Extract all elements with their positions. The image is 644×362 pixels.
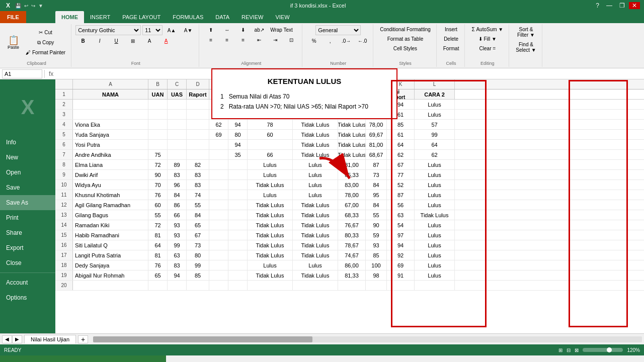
cell-8-11[interactable]: Lulus <box>415 160 455 169</box>
cell-14-2[interactable]: 93 <box>168 220 187 230</box>
sidebar-item-save[interactable]: Save <box>0 180 55 195</box>
cell-10-3[interactable]: 83 <box>187 180 209 190</box>
cell-6-2[interactable] <box>168 140 187 149</box>
cell-3-2[interactable] <box>168 110 187 119</box>
cell-13-1[interactable]: 55 <box>148 210 168 220</box>
cell-20-11[interactable] <box>415 281 455 290</box>
cell-12-5[interactable] <box>228 200 248 210</box>
cell-18-11[interactable]: Lulus <box>415 260 455 270</box>
cell-1-A[interactable]: NAMA <box>73 89 148 99</box>
find-select-button[interactable]: Find &Select ▼ <box>513 40 538 54</box>
percent-button[interactable]: % <box>306 36 321 45</box>
cell-8-10[interactable]: 67 <box>387 160 415 169</box>
cell-11-11[interactable]: Lulus <box>415 190 455 200</box>
cell-13-5[interactable] <box>228 210 248 220</box>
cell-15-11[interactable]: Lulus <box>415 230 455 240</box>
cell-4-8[interactable]: Tidak Lulus <box>338 120 366 129</box>
cell-7-6[interactable]: 66 <box>248 150 293 159</box>
cell-20-0[interactable] <box>73 281 148 290</box>
cell-7-4[interactable] <box>209 150 228 159</box>
cell-4-11[interactable]: 57 <box>415 120 455 129</box>
cell-18-10[interactable]: 69 <box>387 260 415 270</box>
add-sheet-button[interactable]: + <box>78 335 88 343</box>
file-tab[interactable]: FILE <box>0 11 26 23</box>
cell-9-11[interactable]: Lulus <box>415 170 455 179</box>
font-color-button[interactable]: A <box>158 36 174 45</box>
sort-filter-button[interactable]: Sort &Filter ▼ <box>515 25 537 39</box>
cell-17-9[interactable]: 85 <box>366 250 387 260</box>
cell-3-1[interactable] <box>148 110 168 119</box>
cell-20-10[interactable] <box>387 281 415 290</box>
sidebar-item-open[interactable]: Open <box>0 165 55 180</box>
fill-button[interactable]: ⬇ Fill ▼ <box>476 35 499 43</box>
increase-font-button[interactable]: A▲ <box>164 26 179 35</box>
merge-center-button[interactable]: ⊡ <box>284 35 299 44</box>
sidebar-item-info[interactable]: Info <box>0 135 55 150</box>
cell-17-6[interactable]: Tidak Lulus <box>248 250 293 260</box>
undo-icon[interactable]: ↩ <box>24 3 28 9</box>
cell-11-6[interactable]: Lulus <box>248 190 293 200</box>
cell-16-1[interactable]: 64 <box>148 240 168 250</box>
cell-5-10[interactable]: 61 <box>387 130 415 139</box>
cell-12-9[interactable]: 84 <box>366 200 387 210</box>
cell-20-9[interactable] <box>366 281 387 290</box>
cell-14-6[interactable]: Tidak Lulus <box>248 220 293 230</box>
cell-9-3[interactable]: 83 <box>187 170 209 179</box>
cell-16-8[interactable]: 78,67 <box>338 240 366 250</box>
cell-5-9[interactable]: 69,67 <box>366 130 387 139</box>
cell-4-1[interactable] <box>148 120 168 129</box>
align-right-button[interactable]: ≡ <box>235 35 251 44</box>
sidebar-item-export[interactable]: Export <box>0 240 55 255</box>
cell-15-10[interactable]: 97 <box>387 230 415 240</box>
cell-19-7[interactable]: Tidak Lulus <box>293 270 338 280</box>
cell-12-10[interactable]: 56 <box>387 200 415 210</box>
cell-16-0[interactable]: Siti Lailatul Q <box>73 240 148 250</box>
cell-15-7[interactable]: Tidak Lulus <box>293 230 338 240</box>
cell-5-4[interactable]: 69 <box>209 130 228 139</box>
cell-6-3[interactable] <box>187 140 209 149</box>
cell-14-9[interactable]: 90 <box>366 220 387 230</box>
cell-12-0[interactable]: Agil Gilang Ramadhan <box>73 200 148 210</box>
decrease-font-button[interactable]: A▼ <box>181 26 196 35</box>
cell-19-6[interactable]: Tidak Lulus <box>248 270 293 280</box>
cell-17-10[interactable]: 92 <box>387 250 415 260</box>
fill-color-button[interactable]: A <box>142 36 157 45</box>
cell-9-8[interactable]: 85,33 <box>338 170 366 179</box>
cell-7-0[interactable]: Andre Andhika <box>73 150 148 159</box>
cell-19-3[interactable]: 85 <box>187 270 209 280</box>
cell-7-3[interactable] <box>187 150 209 159</box>
cell-8-9[interactable]: 87 <box>366 160 387 169</box>
col-B-header[interactable]: B <box>148 79 168 89</box>
cell-20-1[interactable] <box>148 281 168 290</box>
cell-7-9[interactable]: 68,67 <box>366 150 387 159</box>
cell-19-8[interactable]: 81,33 <box>338 270 366 280</box>
number-format-select[interactable]: General <box>315 25 361 35</box>
cell-6-1[interactable] <box>148 140 168 149</box>
cell-4-4[interactable]: 62 <box>209 120 228 129</box>
cell-14-10[interactable]: 54 <box>387 220 415 230</box>
cell-15-8[interactable]: 80,33 <box>338 230 366 240</box>
cell-10-4[interactable] <box>209 180 228 190</box>
cell-8-3[interactable]: 82 <box>187 160 209 169</box>
cell-16-10[interactable]: 94 <box>387 240 415 250</box>
cell-4-10[interactable]: 85 <box>387 120 415 129</box>
col-A-header[interactable]: A <box>73 79 148 89</box>
cell-20-7[interactable] <box>293 281 338 290</box>
align-bottom-button[interactable]: ⬇ <box>235 25 251 34</box>
cell-10-7[interactable]: Lulus <box>293 180 338 190</box>
cell-3-3[interactable] <box>187 110 209 119</box>
cell-12-11[interactable]: Lulus <box>415 200 455 210</box>
cell-6-11[interactable]: 64 <box>415 140 455 149</box>
cell-12-4[interactable] <box>209 200 228 210</box>
cell-2-3[interactable] <box>187 100 209 109</box>
cell-8-1[interactable]: 72 <box>148 160 168 169</box>
cell-9-2[interactable]: 83 <box>168 170 187 179</box>
cell-5-0[interactable]: Yuda Sanjaya <box>73 130 148 139</box>
tab-formulas[interactable]: FORMULAS <box>167 11 209 23</box>
tab-view[interactable]: VIEW <box>269 11 295 23</box>
cell-5-2[interactable] <box>168 130 187 139</box>
cell-16-3[interactable]: 73 <box>187 240 209 250</box>
cell-11-5[interactable] <box>228 190 248 200</box>
col-C-header[interactable]: C <box>168 79 187 89</box>
align-left-button[interactable]: ≡ <box>203 35 218 44</box>
